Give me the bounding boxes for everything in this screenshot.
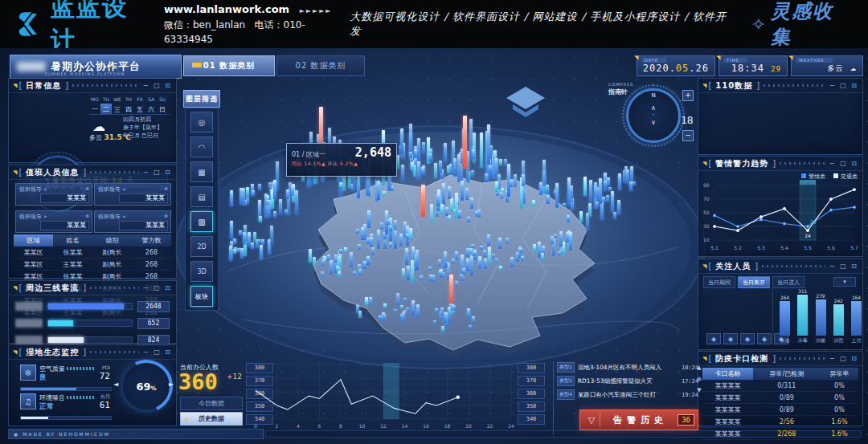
- map-land[interactable]: [194, 135, 685, 368]
- window-icons[interactable]: − □ ⊡: [829, 355, 858, 362]
- svg-text:5.7: 5.7: [850, 245, 858, 251]
- layer-button-3d[interactable]: 3D: [190, 261, 213, 282]
- duty-card[interactable]: 值班领导 »·· ⊗某某某: [15, 183, 92, 206]
- redacted-label: [15, 319, 43, 328]
- focus-tab[interactable]: 当日离开: [738, 276, 770, 288]
- table-row[interactable]: 某某区王某某副局长268: [14, 259, 171, 271]
- mini-icon-2[interactable]: ◈: [723, 333, 738, 344]
- svg-text:20: 20: [465, 423, 472, 429]
- alert-history-panel: 类型1湿地3-104片区有不明人员闯入18:24类型2RD13-53烟感报警疑似…: [553, 361, 702, 435]
- window-icons[interactable]: − □ ⊡: [829, 263, 858, 270]
- svg-text:5.6: 5.6: [827, 245, 835, 251]
- map-tooltip[interactable]: 01 / 区域一 2,648 同比 14.1%▲ 环比 6.2%▲: [286, 143, 397, 177]
- table-row[interactable]: 某某某某0/890%: [702, 392, 858, 404]
- layer-button-radar[interactable]: ◠: [190, 136, 213, 157]
- scroll-thumb[interactable]: ●: [697, 376, 702, 382]
- mini-icon-4[interactable]: ◈: [757, 333, 772, 344]
- panel-title: 日常信息: [26, 80, 61, 92]
- scroll-up-icon[interactable]: ▲: [697, 365, 701, 371]
- compass-ring[interactable]: N ∧·∨: [626, 88, 681, 143]
- mini-icon-3[interactable]: ◈: [740, 333, 755, 344]
- layer-button-building[interactable]: ▤: [190, 186, 213, 207]
- zoom-in-button[interactable]: +: [682, 90, 694, 101]
- layer-button-cluster[interactable]: ▦: [190, 161, 213, 182]
- tab-data-category-1[interactable]: 01 数据类别: [183, 55, 275, 76]
- weather-display: ◥WEATHER 多云 ☁: [791, 55, 863, 76]
- layer-button-sector[interactable]: 板块: [190, 286, 213, 307]
- weekday-en: TH: [123, 96, 134, 102]
- checkpoint-col-header[interactable]: 异常率: [821, 368, 858, 380]
- alert-row[interactable]: 类型2RD13-53烟感报警疑似火灾17:24: [557, 375, 702, 387]
- alert-row[interactable]: 类型4某路口有小汽车连闯三个红灯19:24: [557, 389, 702, 401]
- compass-label-cn: 指南针: [608, 88, 628, 96]
- focus-dropdown[interactable]: ▾: [833, 277, 856, 287]
- duty-card[interactable]: 值班领导 »·· ⊗某某某: [94, 210, 171, 233]
- alert-count-badge: 36: [678, 414, 694, 426]
- table-row[interactable]: 某某区张某某副局长268: [14, 246, 171, 259]
- traffic-bar-row: 2648: [15, 300, 170, 312]
- window-icons[interactable]: − □ ⊡: [143, 82, 172, 89]
- weekday-cn[interactable]: 二: [100, 104, 112, 114]
- scroll-down-icon[interactable]: ▼: [697, 387, 701, 393]
- weekday-cn[interactable]: 日: [157, 104, 168, 114]
- weekday-cn[interactable]: 五: [134, 104, 145, 114]
- layer-filter-toolbar: ◎◠▦▤▥2D3D板块: [185, 108, 219, 311]
- alert-row[interactable]: 类型1湿地3-104片区有不明人员闯入18:24: [557, 361, 702, 373]
- weekday-en: MO: [89, 96, 100, 102]
- gauge-right-arrow[interactable]: ►: [169, 381, 174, 388]
- checkpoint-col-header[interactable]: 卡口名称: [702, 368, 753, 380]
- duty-col-header[interactable]: 级别: [92, 234, 132, 246]
- window-icons[interactable]: − □ ⊡: [829, 82, 858, 89]
- weekday-row-en: MOTUWETHFRSASU: [89, 96, 168, 102]
- air-slider[interactable]: [20, 387, 112, 391]
- redacted-label: [15, 302, 43, 311]
- window-icons[interactable]: − □ ⊡: [829, 160, 858, 167]
- alert-scrollbar[interactable]: ▲ ● ▼: [697, 365, 702, 393]
- focus-tabs: 当日期间当日离开当日进入: [703, 276, 805, 288]
- gauge-left-arrow[interactable]: ◄: [113, 381, 118, 388]
- svg-text:5.3: 5.3: [757, 245, 765, 251]
- layer-button-bar-chart[interactable]: ▥: [190, 211, 213, 232]
- weekday-cn[interactable]: 三: [112, 104, 123, 114]
- inspiration-collect[interactable]: ✧ 灵感收集: [751, 0, 852, 50]
- history-data-button[interactable]: ◉历史数据: [180, 412, 243, 426]
- tab-data-category-2[interactable]: 02 数据类别: [276, 55, 365, 76]
- today-data-button[interactable]: 今日数据: [180, 397, 243, 410]
- panel-title: 关注人员: [715, 261, 751, 272]
- layer-button-location-pin[interactable]: ◎: [190, 112, 213, 132]
- weekday-cn[interactable]: 一: [89, 104, 100, 114]
- traffic-bar-track: [47, 320, 133, 327]
- layer-button-2d[interactable]: 2D: [190, 236, 213, 257]
- active-tab-marker: [192, 63, 202, 67]
- duty-card[interactable]: 值班领导 »·· ⊗某某某: [94, 183, 171, 206]
- focus-tab[interactable]: 当日期间: [703, 276, 735, 288]
- table-row[interactable]: 某某某某0/890%: [702, 404, 858, 416]
- duty-card[interactable]: 值班领导 »·· ⊗某某某: [15, 210, 92, 233]
- svg-text:4: 4: [297, 423, 300, 429]
- site-url[interactable]: www.lanlanwork.com: [164, 3, 289, 15]
- noise-meter: [67, 396, 96, 399]
- table-row[interactable]: 某某某某2/561.6%: [702, 416, 858, 428]
- table-row[interactable]: 某某某某2/2681.6%: [702, 428, 858, 440]
- duty-col-header[interactable]: 警力数: [132, 234, 171, 246]
- alert-history-button[interactable]: ▽ 告警历史 36: [579, 409, 698, 430]
- zoom-out-button[interactable]: −: [682, 130, 694, 141]
- window-icons[interactable]: − □ ⊡: [143, 348, 172, 356]
- duty-col-header[interactable]: 姓名: [53, 234, 92, 246]
- panel-daily-info: ◥[日常信息]− □ ⊡ PM 18:34 MOTUWETHFRSASU 一二三…: [8, 78, 177, 163]
- panel-checkpoint: ◥[防疫卡口检测]− □ ⊡ 卡口名称异常/已检测异常率某某某某0/3110%某…: [698, 351, 863, 426]
- panel-title: 防疫卡口检测: [715, 353, 768, 365]
- checkpoint-col-header[interactable]: 异常/已检测: [753, 368, 821, 380]
- window-icons[interactable]: − □ ⊡: [143, 284, 172, 291]
- table-row[interactable]: 某某某某0/3110%: [702, 380, 858, 392]
- window-icons[interactable]: − □ ⊡: [143, 169, 172, 176]
- noise-slider[interactable]: [20, 416, 112, 420]
- duty-col-header[interactable]: 区域: [14, 234, 53, 246]
- svg-text:5.1: 5.1: [710, 245, 719, 251]
- weekday-cn[interactable]: 六: [145, 104, 157, 114]
- weekday-cn[interactable]: 四: [123, 104, 134, 114]
- mini-icon-1[interactable]: ◈: [706, 333, 721, 344]
- focus-tab[interactable]: 当日进入: [772, 276, 805, 288]
- map-arrow-icon: [498, 82, 550, 124]
- svg-text:30: 30: [703, 223, 710, 229]
